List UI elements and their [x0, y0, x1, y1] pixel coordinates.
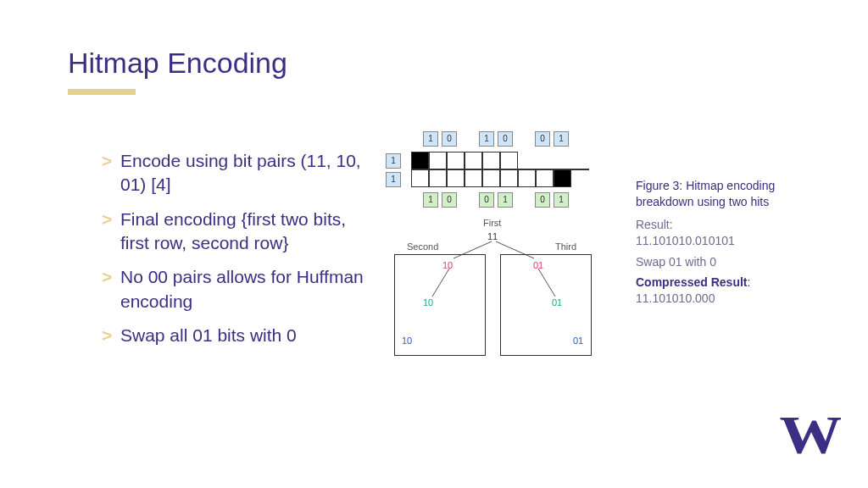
caption-title: Figure 3: Hitmap encoding breakdown usin…	[636, 178, 788, 210]
bullet-item: Final encoding {first two bits, first ro…	[102, 208, 364, 256]
tree-node: 10	[442, 260, 453, 270]
bullet-list: Encode using bit pairs (11, 10, 01) [4] …	[68, 149, 364, 358]
caption-result-label: Result:	[636, 218, 673, 231]
uw-logo: W	[780, 404, 838, 467]
tree-node: 01	[533, 260, 543, 270]
caption-compressed-value: 11.101010.000	[636, 291, 715, 305]
tree-box-third: 01 01 01	[500, 254, 592, 356]
tree-box-second: 10 10 10	[394, 254, 486, 356]
bullet-item: No 00 pairs allows for Huffman encoding	[102, 265, 364, 313]
caption-swap: Swap 01 with 0	[636, 254, 788, 270]
slide: Hitmap Encoding Encode using bit pairs (…	[0, 0, 868, 488]
tree-node: 01	[573, 336, 583, 346]
slide-title: Hitmap Encoding	[68, 47, 287, 80]
tree-node: 10	[423, 297, 433, 308]
hitmap-diagram: 10 10 01 1 1 10 01 01 First 11 Second Th…	[360, 131, 615, 402]
caption-compressed-label: Compressed Result	[636, 275, 747, 289]
caption-result-value: 11.101010.010101	[636, 234, 735, 247]
bullet-item: Encode using bit pairs (11, 10, 01) [4]	[102, 149, 364, 197]
figure-caption: Figure 3: Hitmap encoding breakdown usin…	[636, 178, 788, 307]
tree-node: 01	[552, 297, 562, 308]
title-underline	[68, 89, 136, 95]
tree-node: 10	[402, 336, 412, 346]
bullet-item: Swap all 01 bits with 0	[102, 324, 364, 347]
